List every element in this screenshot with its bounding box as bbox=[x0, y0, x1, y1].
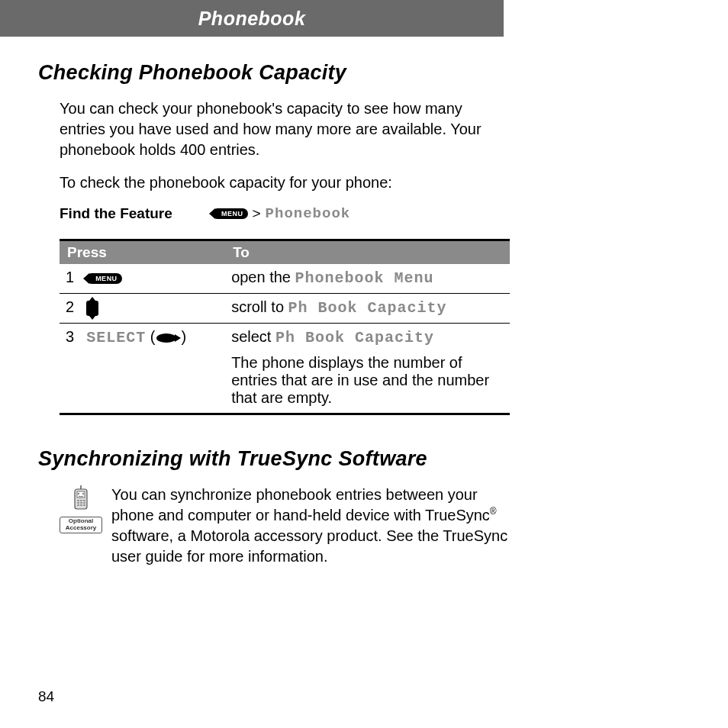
table-row: 1 MENU open the Phonebook Menu bbox=[60, 264, 510, 294]
paren-open: ( bbox=[150, 328, 156, 345]
find-feature-label: Find the Feature bbox=[60, 205, 212, 222]
step-number: 2 bbox=[60, 294, 80, 324]
page-content: Checking Phonebook Capacity You can chec… bbox=[38, 61, 511, 567]
press-cell: MENU bbox=[80, 264, 225, 294]
action-text: select bbox=[231, 328, 275, 345]
truesync-text-pre: You can synchronize phonebook entries be… bbox=[111, 486, 490, 523]
section-truesync: Synchronizing with TrueSync Software Opt… bbox=[38, 447, 511, 567]
svg-rect-7 bbox=[80, 500, 82, 501]
column-header-press: Press bbox=[60, 240, 225, 265]
table-row: 3 SELECT () select Ph Book Capacity The … bbox=[60, 324, 510, 414]
menu-item-code: Ph Book Capacity bbox=[288, 299, 447, 317]
table-row: 2 scroll to Ph Book Capacity bbox=[60, 294, 510, 324]
menu-path-phonebook: Phonebook bbox=[266, 205, 351, 222]
menu-key-icon: MENU bbox=[212, 208, 248, 219]
select-softkey-label: SELECT bbox=[86, 329, 146, 346]
svg-rect-8 bbox=[83, 500, 85, 501]
action-cell: select Ph Book Capacity The phone displa… bbox=[225, 324, 510, 414]
truesync-paragraph: You can synchronize phonebook entries be… bbox=[111, 485, 511, 567]
intro-paragraph-1: You can check your phonebook's capacity … bbox=[60, 98, 511, 160]
action-text: open the bbox=[231, 269, 295, 285]
svg-rect-6 bbox=[77, 500, 79, 501]
step-number: 1 bbox=[60, 264, 80, 294]
column-header-to: To bbox=[225, 240, 510, 265]
press-cell bbox=[80, 294, 225, 324]
svg-point-4 bbox=[78, 493, 79, 494]
breadcrumb-separator: > bbox=[253, 205, 261, 222]
find-feature-row: Find the Feature MENU > Phonebook bbox=[60, 205, 511, 222]
softkey-icon bbox=[155, 333, 181, 343]
scroll-key-icon bbox=[86, 301, 98, 316]
menu-key-icon: MENU bbox=[86, 273, 122, 284]
optional-accessory-icon: Optional Accessory bbox=[60, 485, 102, 567]
svg-rect-13 bbox=[80, 504, 82, 506]
svg-point-0 bbox=[156, 333, 176, 343]
svg-rect-9 bbox=[77, 502, 79, 504]
menu-item-code: Ph Book Capacity bbox=[275, 329, 434, 346]
svg-rect-14 bbox=[83, 504, 85, 506]
svg-rect-12 bbox=[77, 504, 79, 506]
action-text: scroll to bbox=[231, 298, 288, 315]
chapter-banner: Phonebook bbox=[0, 0, 504, 37]
optional-accessory-label: Optional Accessory bbox=[60, 517, 102, 533]
menu-item-code: Phonebook Menu bbox=[295, 269, 434, 287]
section-heading-truesync: Synchronizing with TrueSync Software bbox=[38, 447, 511, 471]
steps-table: Press To 1 MENU open the Phonebook Menu … bbox=[60, 239, 510, 415]
action-extra-text: The phone displays the number of entries… bbox=[231, 354, 504, 407]
action-cell: scroll to Ph Book Capacity bbox=[225, 294, 510, 324]
svg-rect-10 bbox=[80, 502, 82, 504]
page-number: 84 bbox=[38, 688, 54, 705]
truesync-text-post: software, a Motorola accessory product. … bbox=[111, 527, 507, 565]
intro-paragraph-2: To check the phonebook capacity for your… bbox=[60, 172, 511, 193]
step-number: 3 bbox=[60, 324, 80, 414]
registered-mark: ® bbox=[490, 506, 497, 517]
section-heading-capacity: Checking Phonebook Capacity bbox=[38, 61, 511, 85]
svg-point-5 bbox=[82, 493, 84, 494]
svg-rect-11 bbox=[83, 502, 85, 504]
paren-close: ) bbox=[181, 328, 186, 345]
action-cell: open the Phonebook Menu bbox=[225, 264, 510, 294]
press-cell: SELECT () bbox=[80, 324, 225, 414]
